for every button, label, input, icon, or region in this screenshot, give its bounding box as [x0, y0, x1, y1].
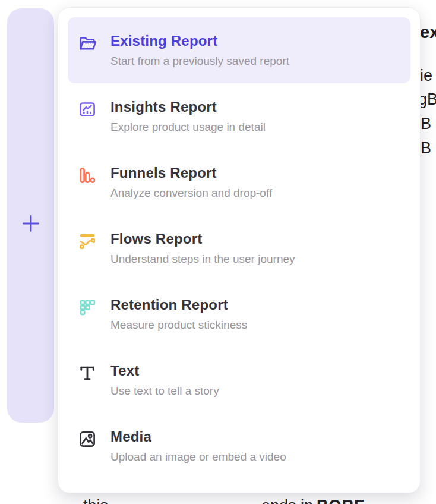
bg-text-fragment: this [83, 497, 108, 504]
menu-item-title: Media [110, 429, 286, 445]
media-image-icon [77, 429, 97, 449]
menu-item-subtitle: Measure product stickiness [110, 319, 247, 332]
menu-item-text[interactable]: Text Use text to tell a story [68, 347, 410, 413]
menu-item-flows-report[interactable]: Flows Report Understand steps in the use… [68, 215, 410, 281]
bg-text-fragment: ends in [261, 497, 313, 504]
folder-open-icon [77, 33, 97, 53]
menu-item-insights-report[interactable]: Insights Report Explore product usage in… [68, 83, 410, 149]
menu-item-existing-report[interactable]: Existing Report Start from a previously … [68, 17, 410, 83]
menu-item-subtitle: Start from a previously saved report [110, 55, 289, 68]
menu-item-subtitle: Explore product usage in detail [110, 121, 266, 134]
retention-grid-icon [77, 297, 97, 317]
menu-item-funnels-report[interactable]: Funnels Report Analyze conversion and dr… [68, 149, 410, 215]
menu-item-retention-report[interactable]: Retention Report Measure product stickin… [68, 281, 410, 347]
funnels-bars-icon [77, 165, 97, 185]
board-add-rail [7, 8, 54, 423]
bg-text-fragment: BORE [317, 497, 365, 504]
menu-item-title: Retention Report [110, 297, 247, 313]
menu-item-title: Flows Report [110, 231, 295, 247]
menu-item-subtitle: Upload an image or embed a video [110, 451, 286, 464]
add-content-menu: Existing Report Start from a previously … [58, 7, 421, 493]
menu-item-title: Funnels Report [110, 165, 272, 181]
bg-text-fragment: B [421, 115, 431, 133]
bg-text-fragment: ie [420, 67, 432, 85]
menu-item-title: Insights Report [110, 99, 266, 115]
plus-icon [22, 215, 40, 234]
insights-chart-icon [77, 99, 97, 119]
menu-item-subtitle: Use text to tell a story [110, 385, 219, 398]
bg-text-fragment: B [421, 139, 431, 158]
flows-wave-icon [77, 231, 97, 251]
bg-text-fragment: ex [420, 23, 436, 42]
menu-item-subtitle: Analyze conversion and drop-off [110, 187, 272, 200]
add-content-button[interactable] [7, 206, 54, 242]
bg-text-fragment: gB [418, 90, 436, 109]
menu-item-media[interactable]: Media Upload an image or embed a video [68, 413, 410, 479]
menu-item-subtitle: Understand steps in the user journey [110, 253, 295, 266]
menu-item-title: Existing Report [110, 33, 289, 49]
bg-bottom-text: this ends in BORE [0, 497, 436, 504]
menu-item-title: Text [110, 363, 219, 379]
text-icon [77, 363, 97, 383]
